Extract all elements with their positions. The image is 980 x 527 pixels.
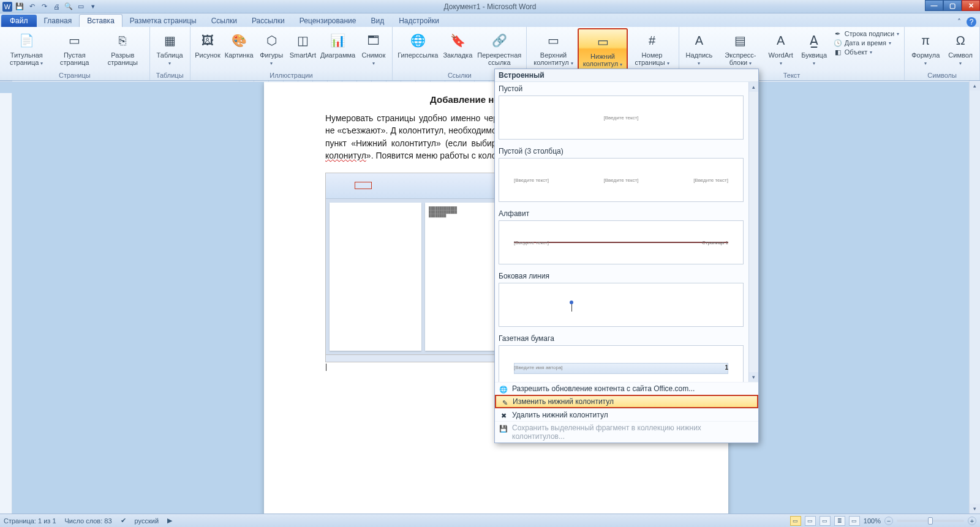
word-icon: W	[2, 2, 12, 12]
minimize-button[interactable]: —	[925, 0, 943, 11]
view-web-layout[interactable]: ▭	[820, 516, 831, 526]
view-print-layout[interactable]: ▭	[790, 516, 801, 526]
footer-gallery-dropdown: Встроенный ▴ ▾ Пустой[Введите текст]Пуст…	[494, 69, 759, 443]
print-icon[interactable]: 🖨	[51, 2, 61, 12]
ribbon-btn-верхний-колонтитул[interactable]: ▭Верхний колонтитул ▾	[529, 28, 578, 68]
gallery-preview[interactable]: [Введите текст]	[499, 95, 744, 140]
embedded-screenshot: ██████████████████████████████████	[325, 173, 521, 362]
scroll-up-icon[interactable]: ▴	[970, 81, 980, 91]
status-language[interactable]: русский	[135, 517, 159, 525]
ribbon-btn-буквица[interactable]: A̲Буквица ▾	[797, 28, 831, 68]
close-button[interactable]: ✕	[962, 0, 980, 11]
ribbon-btn-нижний-колонтитул[interactable]: ▭Нижний колонтитул ▾	[578, 28, 628, 70]
minimize-ribbon-icon[interactable]: ˄	[954, 17, 964, 27]
ribbon-small-объект[interactable]: ◧Объект ▾	[834, 48, 899, 56]
vertical-scrollbar[interactable]: ▴ ▾	[969, 81, 980, 514]
ribbon-btn-рисунок[interactable]: 🖼Рисунок	[193, 28, 223, 60]
ribbon-btn-картинка[interactable]: 🎨Картинка	[222, 28, 255, 60]
view-full-screen[interactable]: ▭	[805, 516, 816, 526]
tab-главная[interactable]: Главная	[37, 15, 80, 27]
gallery-section-пустой: Пустой[Введите текст]	[495, 82, 747, 144]
maximize-button[interactable]: ▢	[943, 0, 962, 11]
help-icon[interactable]: ?	[967, 17, 976, 27]
ribbon-btn-номер-страницы[interactable]: #Номер страницы ▾	[628, 28, 676, 68]
ribbon-btn-фигуры[interactable]: ⬡Фигуры ▾	[255, 28, 287, 68]
ribbon-btn-разрыв-страницы[interactable]: ⎘Разрыв страницы	[99, 28, 147, 67]
tab-надстройки[interactable]: Надстройки	[391, 15, 447, 27]
zoom-slider[interactable]	[897, 520, 964, 522]
титульная-страница-icon: 📄	[17, 31, 36, 50]
group-label: Иллюстрации	[193, 71, 390, 80]
диаграмма-icon: 📊	[328, 31, 348, 50]
tab-разметка-страницы[interactable]: Разметка страницы	[123, 15, 204, 27]
zoom-in-button[interactable]: +	[968, 517, 976, 525]
vertical-ruler[interactable]	[0, 93, 12, 523]
redo-icon[interactable]: ↷	[39, 2, 49, 12]
titlebar: W 💾 ↶ ↷ 🖨 🔍 ▭ ▾ Документ1 - Microsoft Wo…	[0, 0, 980, 13]
status-macro-icon[interactable]: ▶	[167, 517, 172, 525]
ribbon-group-таблицы: ▦Таблица ▾Таблицы	[150, 27, 190, 80]
ribbon-btn-символ[interactable]: ΩСимвол ▾	[944, 28, 977, 68]
group-label: Таблицы	[153, 71, 187, 80]
закладка-icon: 🔖	[448, 31, 467, 50]
tab-вид[interactable]: Вид	[363, 15, 391, 27]
gallery-section-газетная-бумага: Газетная бумага[Введите имя автора]1	[495, 332, 747, 382]
разрыв-страницы-icon: ⎘	[113, 31, 132, 50]
ribbon-group-страницы: 📄Титульная страница ▾▭Пустая страница⎘Ра…	[0, 27, 150, 80]
tab-рассылки[interactable]: Рассылки	[244, 15, 292, 27]
preview-icon[interactable]: 🔍	[64, 2, 74, 12]
file-tab[interactable]: Файл	[1, 15, 37, 27]
объект-icon: ◧	[834, 48, 842, 56]
group-label: Страницы	[2, 71, 147, 80]
ribbon-btn-снимок[interactable]: 🗔Снимок ▾	[358, 28, 390, 68]
gallery-scroll-up-icon[interactable]: ▴	[749, 82, 758, 92]
номер-страницы-icon: #	[643, 31, 662, 50]
ribbon-btn-диаграмма[interactable]: 📊Диаграмма	[318, 28, 358, 60]
new-icon[interactable]: ▭	[76, 2, 86, 12]
gallery-menu-изменить-нижний-колонтитул[interactable]: ✎Изменить нижний колонтитул	[495, 395, 758, 408]
window-title: Документ1 - Microsoft Word	[0, 2, 980, 11]
document-area: Добавление номеров страни Нумеровать стр…	[0, 81, 980, 514]
tab-ссылки[interactable]: Ссылки	[204, 15, 244, 27]
zoom-level[interactable]: 100%	[864, 517, 881, 525]
save-icon[interactable]: 💾	[15, 2, 24, 12]
ribbon-btn-титульная-страница[interactable]: 📄Титульная страница ▾	[2, 28, 51, 68]
status-page[interactable]: Страница: 1 из 1	[4, 517, 56, 525]
ribbon-btn-таблица[interactable]: ▦Таблица ▾	[153, 28, 187, 68]
qat-more-icon[interactable]: ▾	[88, 2, 98, 12]
гиперссылка-icon: 🌐	[408, 31, 428, 50]
gallery-menu-удалить-нижний-колонтитул[interactable]: ✖Удалить нижний колонтитул	[495, 408, 758, 421]
tab-рецензирование[interactable]: Рецензирование	[292, 15, 364, 27]
ribbon-small-дата-и-время[interactable]: 🕓Дата и время ▾	[834, 39, 899, 47]
ribbon-btn-экспресс-блоки[interactable]: ▤Экспресс-блоки ▾	[717, 28, 764, 68]
gallery-menu-разрешить-обновление-контента-с-сайта-of[interactable]: 🌐Разрешить обновление контента с сайта O…	[495, 382, 758, 395]
ribbon-btn-формула[interactable]: πФормула ▾	[907, 28, 944, 68]
ribbon-btn-гиперссылка[interactable]: 🌐Гиперссылка	[395, 28, 440, 60]
status-word-count[interactable]: Число слов: 83	[65, 517, 112, 525]
status-proofing-icon[interactable]: ✔	[121, 517, 126, 525]
gallery-scrollbar[interactable]: ▴ ▾	[748, 82, 758, 382]
scroll-down-icon[interactable]: ▾	[970, 504, 980, 514]
нижний-колонтитул-icon: ▭	[593, 32, 612, 51]
menu-item-icon: ✎	[500, 398, 510, 408]
ribbon-small-строка-подписи[interactable]: ✒Строка подписи ▾	[834, 29, 899, 38]
gallery-scroll-down-icon[interactable]: ▾	[749, 372, 758, 382]
ribbon-btn-smartart[interactable]: ◫SmartArt	[287, 28, 318, 60]
ribbon-btn-wordart[interactable]: AWordArt ▾	[764, 28, 797, 68]
строка-подписи-icon: ✒	[834, 29, 842, 38]
gallery-preview[interactable]: [Введите текст][Введите текст][Введите т…	[499, 158, 744, 202]
ribbon-btn-перекрестная-ссылка[interactable]: 🔗Перекрестная ссылка	[475, 28, 524, 67]
status-bar: Страница: 1 из 1 Число слов: 83 ✔ русски…	[0, 514, 980, 527]
zoom-out-button[interactable]: −	[884, 517, 893, 525]
ribbon-btn-надпись[interactable]: AНадпись ▾	[682, 28, 717, 68]
undo-icon[interactable]: ↶	[27, 2, 37, 12]
ribbon-btn-закладка[interactable]: 🔖Закладка	[440, 28, 475, 60]
gallery-preview[interactable]: [Введите имя автора]1	[499, 345, 744, 382]
gallery-preview[interactable]	[499, 283, 744, 327]
view-draft[interactable]: ▭	[849, 516, 860, 526]
tab-вставка[interactable]: Вставка	[79, 14, 123, 27]
view-outline[interactable]: ≣	[834, 516, 845, 526]
ribbon-btn-пустая-страница[interactable]: ▭Пустая страница	[51, 28, 99, 67]
gallery-preview[interactable]: [Введите текст]Страница 1	[499, 220, 744, 264]
gallery-section-боковая-линия: Боковая линия	[495, 269, 747, 332]
